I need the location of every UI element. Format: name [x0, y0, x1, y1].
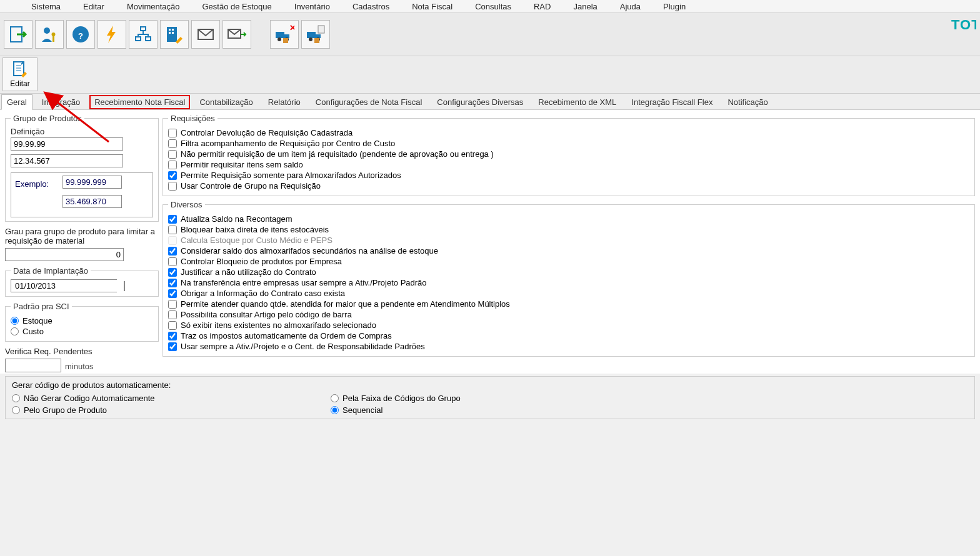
menu-editar[interactable]: Editar — [72, 2, 116, 11]
diverso-label-2: Calcula Estoque por Custo Médio e PEPS — [181, 236, 332, 245]
svg-rect-6 — [141, 27, 146, 31]
exemplo-box: Exemplo: — [11, 172, 153, 217]
diverso-checkbox-4[interactable] — [168, 257, 177, 266]
right-column: Requisições Controlar Devolução de Requi… — [159, 114, 975, 372]
requisicao-checkbox-1[interactable] — [168, 139, 177, 148]
padrao-sci-estoque[interactable] — [11, 317, 19, 325]
diverso-label-4: Controlar Bloqueio de produtos por Empre… — [181, 257, 342, 266]
diverso-checkbox-1[interactable] — [168, 226, 177, 234]
grau-label: Grau para grupo de produto para limitar … — [5, 227, 159, 246]
svg-rect-11 — [172, 29, 174, 31]
menu-ajuda[interactable]: Ajuda — [609, 2, 652, 11]
toolbar-org-icon[interactable] — [129, 20, 158, 49]
menu-plugin[interactable]: Plugin — [652, 2, 697, 11]
menu-gestão de estoque[interactable]: Gestão de Estoque — [191, 2, 282, 11]
editar-button[interactable]: Editar — [2, 57, 38, 91]
toolbar-mail-icon[interactable] — [191, 20, 220, 49]
menu-consultas[interactable]: Consultas — [464, 2, 522, 11]
toolbar-bolt-icon[interactable] — [98, 20, 126, 49]
diverso-checkbox-0[interactable] — [168, 215, 177, 224]
requisicao-row: Não permitir requisição de um item já re… — [168, 149, 969, 159]
diverso-row: Considerar saldo dos almoxarifados secun… — [168, 246, 969, 256]
tab-geral[interactable]: Geral — [1, 94, 32, 110]
toolbar-mailsend-icon[interactable] — [222, 20, 251, 49]
menu-sistema[interactable]: Sistema — [6, 2, 72, 11]
requisicao-label-5: Usar Controle de Grupo na Requisição — [181, 181, 321, 191]
diverso-label-7: Obrigar a Informação do Contrato caso ex… — [181, 289, 345, 298]
svg-rect-7 — [136, 37, 141, 41]
diverso-checkbox-8[interactable] — [168, 300, 177, 309]
menu-rad[interactable]: RAD — [522, 2, 562, 11]
tab-recebimento-nota-fiscal[interactable]: Recebimento Nota Fiscal — [89, 95, 190, 109]
menu-cadastros[interactable]: Cadastros — [341, 2, 401, 11]
implantacao-input[interactable] — [11, 280, 124, 292]
gerar-radio-0[interactable] — [12, 394, 20, 402]
diverso-label-9: Possibilita consultar Artigo pelo código… — [181, 310, 352, 319]
diverso-checkbox-6[interactable] — [168, 279, 177, 287]
gerar-radio-3[interactable] — [331, 406, 339, 414]
menu-janela[interactable]: Janela — [562, 2, 608, 11]
menubar: SistemaEditarMovimentaçãoGestão de Estoq… — [0, 0, 980, 12]
diverso-checkbox-12[interactable] — [168, 342, 177, 351]
requisicao-checkbox-2[interactable] — [168, 150, 177, 159]
padrao-sci-custo-label: Custo — [22, 327, 44, 336]
diverso-row: Calcula Estoque por Custo Médio e PEPS — [168, 236, 969, 245]
ribbon: Editar — [0, 56, 980, 94]
tab-relatório[interactable]: Relatório — [262, 94, 306, 109]
verifica-req-field[interactable] — [5, 359, 61, 372]
tab-configurações-de-nota-fiscal[interactable]: Configurações de Nota Fiscal — [310, 94, 428, 109]
tab-configurações-diversas[interactable]: Configurações Diversas — [431, 94, 529, 109]
svg-rect-26 — [318, 26, 324, 33]
toolbar-truckdoc-icon[interactable] — [301, 20, 330, 49]
diverso-checkbox-11[interactable] — [168, 332, 177, 340]
gerar-codigo-title: Gerar código de produtos automaticamente… — [12, 380, 968, 390]
gerar-radio-label-2: Pelo Grupo de Produto — [24, 405, 107, 415]
toolbar-truckx-icon[interactable]: ✕ — [270, 20, 299, 49]
toolbar-buildedit-icon[interactable] — [160, 20, 189, 49]
toolbar-exit-icon[interactable] — [4, 20, 32, 49]
svg-point-18 — [278, 37, 281, 41]
toolbar-user-icon[interactable] — [35, 20, 64, 49]
definicao-field-2[interactable] — [11, 154, 123, 167]
exemplo-field-1[interactable] — [62, 176, 122, 189]
diverso-label-1: Bloquear baixa direta de itens estocávei… — [181, 225, 329, 234]
padrao-sci-custo[interactable] — [11, 327, 19, 335]
requisicao-checkbox-5[interactable] — [168, 182, 177, 191]
tab-contabilização[interactable]: Contabilização — [194, 94, 258, 109]
toolbar-help-icon[interactable]: ? — [66, 20, 95, 49]
calendar-icon[interactable] — [124, 281, 125, 291]
padrao-sci-estoque-label: Estoque — [22, 316, 52, 325]
diverso-checkbox-5[interactable] — [168, 268, 177, 277]
tab-integração-fiscall-flex[interactable]: Integração Fiscall Flex — [626, 94, 718, 109]
diverso-row: Na transferência entre empresas usar sem… — [168, 278, 969, 287]
diverso-row: Só exibir itens existentes no almoxarifa… — [168, 320, 969, 330]
gerar-radio-row: Sequencial — [331, 405, 968, 415]
requisicao-checkbox-3[interactable] — [168, 161, 177, 169]
gerar-radio-2[interactable] — [12, 406, 20, 414]
diverso-checkbox-7[interactable] — [168, 289, 177, 298]
menu-inventário[interactable]: Inventário — [283, 2, 341, 11]
menu-nota fiscal[interactable]: Nota Fiscal — [401, 2, 464, 11]
grau-field[interactable] — [5, 248, 124, 261]
content: Grupo de Produtos Definição Exemplo: Gra… — [0, 110, 980, 374]
definicao-label: Definição — [11, 127, 153, 136]
diverso-row: Obrigar a Informação do Contrato caso ex… — [168, 289, 969, 298]
requisicao-checkbox-4[interactable] — [168, 171, 177, 180]
requisicao-row: Filtra acompanhamento de Requisição por … — [168, 139, 969, 148]
tab-notificação[interactable]: Notificação — [722, 94, 773, 109]
definicao-field-1[interactable] — [11, 137, 123, 151]
diverso-row: Atualiza Saldo na Recontagem — [168, 214, 969, 224]
tab-integração[interactable]: Integração — [36, 94, 86, 109]
menu-movimentação[interactable]: Movimentação — [116, 2, 191, 11]
gerar-radio-1[interactable] — [331, 394, 339, 402]
diverso-checkbox-9[interactable] — [168, 310, 177, 319]
verifica-req-group: Verifica Req. Pendentes minutos — [5, 347, 159, 372]
diverso-checkbox-10[interactable] — [168, 321, 177, 330]
diverso-label-3: Considerar saldo dos almoxarifados secun… — [181, 246, 438, 256]
requisicao-checkbox-0[interactable] — [168, 129, 177, 137]
implantacao-date[interactable] — [11, 279, 117, 292]
diverso-checkbox-3[interactable] — [168, 247, 177, 256]
tab-recebimento-de-xml[interactable]: Recebimento de XML — [532, 94, 622, 109]
exemplo-field-2[interactable] — [62, 195, 122, 208]
requisicao-row: Controlar Devolução de Requisição Cadast… — [168, 128, 969, 137]
